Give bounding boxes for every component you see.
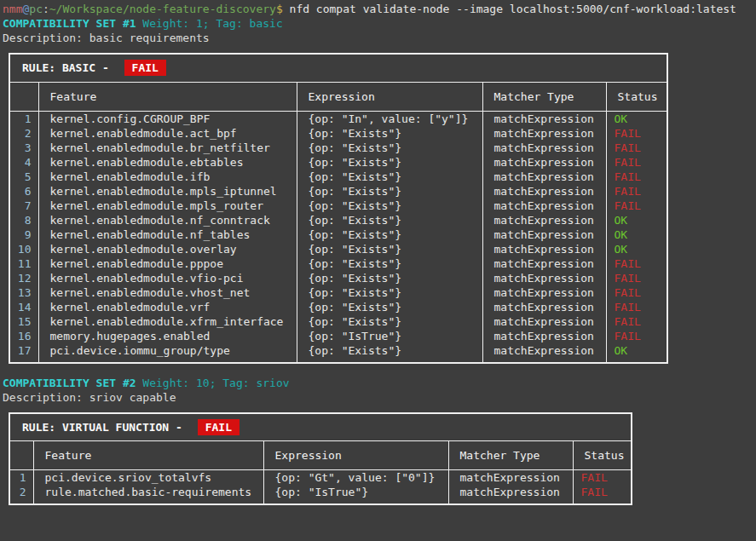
row-number-cell: 10 <box>9 242 38 256</box>
rule-header-row: RULE: BASIC - FAIL <box>9 54 667 82</box>
matcher-type-cell: matchExpression <box>482 170 606 184</box>
row-number-cell: 11 <box>9 256 38 271</box>
table-row: 5 kernel.enabledmodule.ifb {op: "Exists"… <box>9 170 667 184</box>
command-text: nfd compat validate-node --image localho… <box>290 3 736 15</box>
row-number-cell: 1 <box>9 470 33 486</box>
status-cell: FAIL <box>606 314 667 329</box>
expression-cell: {op: "Exists"} <box>297 300 482 314</box>
status-cell: FAIL <box>606 256 667 271</box>
set-meta: Weight: 10; Tag: sriov <box>136 377 290 389</box>
feature-cell: kernel.enabledmodule.vhost_net <box>38 285 297 300</box>
table-row: 12 kernel.enabledmodule.vfio-pci {op: "E… <box>9 271 667 285</box>
rule-label: RULE: BASIC - <box>22 61 116 74</box>
set-title-line: COMPATIBILITY SET #1 Weight: 1; Tag: bas… <box>3 16 756 31</box>
row-number-cell: 15 <box>9 314 38 329</box>
status-cell: FAIL <box>606 126 667 141</box>
matcher-type-cell: matchExpression <box>482 155 606 170</box>
expression-cell: {op: "Exists"} <box>297 285 482 300</box>
row-number-cell: 5 <box>9 170 38 184</box>
prompt-user: nmm <box>3 3 22 15</box>
row-number-cell: 8 <box>9 213 38 227</box>
rule-status-badge: FAIL <box>124 60 166 76</box>
status-cell: OK <box>606 111 667 126</box>
expression-cell: {op: "Exists"} <box>297 271 482 285</box>
row-number-cell: 2 <box>9 485 33 504</box>
header-expression: Expression <box>263 441 448 470</box>
matcher-type-cell: matchExpression <box>482 242 606 256</box>
feature-cell: kernel.enabledmodule.pppoe <box>38 256 297 271</box>
header-expression: Expression <box>297 82 482 111</box>
set-meta: Weight: 1; Tag: basic <box>136 17 283 30</box>
row-number-cell: 9 <box>9 227 38 242</box>
matcher-type-cell: matchExpression <box>482 329 606 343</box>
matcher-type-cell: matchExpression <box>448 470 573 486</box>
expression-cell: {op: "Exists"} <box>297 155 482 170</box>
table-row: 3 kernel.enabledmodule.br_netfilter {op:… <box>9 141 667 155</box>
header-feature: Feature <box>33 441 263 470</box>
compat-table-2: RULE: VIRTUAL FUNCTION - FAIL Feature Ex… <box>9 412 632 506</box>
feature-cell: kernel.enabledmodule.overlay <box>38 242 297 256</box>
expression-cell: {op: "Exists"} <box>297 227 482 242</box>
matcher-type-cell: matchExpression <box>482 285 606 300</box>
expression-cell: {op: "Exists"} <box>297 256 482 271</box>
row-number-cell: 13 <box>9 285 38 300</box>
prompt-path: ~/Workspace/node-feature-discovery <box>49 3 276 15</box>
header-matcher-type: Matcher Type <box>448 441 573 470</box>
feature-cell: kernel.enabledmodule.vrf <box>38 300 297 314</box>
expression-cell: {op: "Exists"} <box>297 141 482 155</box>
matcher-type-cell: matchExpression <box>482 256 606 271</box>
expression-cell: {op: "Exists"} <box>297 213 482 227</box>
matcher-type-cell: matchExpression <box>448 485 573 504</box>
set-description: Description: sriov capable <box>3 390 756 405</box>
status-cell: FAIL <box>573 470 632 486</box>
status-cell: FAIL <box>606 300 667 314</box>
status-cell: FAIL <box>573 485 632 504</box>
status-cell: FAIL <box>606 170 667 184</box>
feature-cell: kernel.enabledmodule.nf_tables <box>38 227 297 242</box>
status-cell: OK <box>606 242 667 256</box>
feature-cell: kernel.enabledmodule.vfio-pci <box>38 271 297 285</box>
rule-header-row: RULE: VIRTUAL FUNCTION - FAIL <box>9 413 632 441</box>
compat-set-2: COMPATIBILITY SET #2 Weight: 10; Tag: sr… <box>3 376 756 506</box>
prompt-host: pc <box>29 3 43 15</box>
column-header-row: Feature Expression Matcher Type Status <box>9 82 667 111</box>
status-cell: FAIL <box>606 329 667 343</box>
compat-set-1: COMPATIBILITY SET #1 Weight: 1; Tag: bas… <box>3 16 756 364</box>
status-cell: FAIL <box>606 199 667 213</box>
feature-cell: kernel.enabledmodule.act_bpf <box>38 126 297 141</box>
matcher-type-cell: matchExpression <box>482 126 606 141</box>
expression-cell: {op: "Exists"} <box>297 170 482 184</box>
header-row-number <box>9 82 38 111</box>
status-cell: FAIL <box>606 141 667 155</box>
matcher-type-cell: matchExpression <box>482 199 606 213</box>
row-number-cell: 4 <box>9 155 38 170</box>
feature-cell: pci.device.sriov_totalvfs <box>33 470 263 486</box>
header-feature: Feature <box>38 82 297 111</box>
expression-cell: {op: "Exists"} <box>297 343 482 363</box>
prompt-dollar: $ <box>276 3 290 15</box>
table-row: 4 kernel.enabledmodule.ebtables {op: "Ex… <box>9 155 667 170</box>
feature-cell: kernel.enabledmodule.ifb <box>38 170 297 184</box>
row-number-cell: 16 <box>9 329 38 343</box>
matcher-type-cell: matchExpression <box>482 271 606 285</box>
feature-cell: kernel.config.CGROUP_BPF <box>38 111 297 126</box>
expression-cell: {op: "IsTrue"} <box>263 485 448 504</box>
feature-cell: kernel.enabledmodule.nf_conntrack <box>38 213 297 227</box>
matcher-type-cell: matchExpression <box>482 184 606 199</box>
set-title: COMPATIBILITY SET #2 <box>3 377 136 389</box>
terminal-window: nmm@pc:~/Workspace/node-feature-discover… <box>0 0 756 505</box>
column-header-row: Feature Expression Matcher Type Status <box>9 441 632 470</box>
matcher-type-cell: matchExpression <box>482 111 606 126</box>
feature-cell: pci.device.iommu_group/type <box>38 343 297 363</box>
row-number-cell: 14 <box>9 300 38 314</box>
rule-label: RULE: VIRTUAL FUNCTION - <box>22 421 189 434</box>
row-number-cell: 17 <box>9 343 38 363</box>
expression-cell: {op: "Exists"} <box>297 126 482 141</box>
table-row: 1 pci.device.sriov_totalvfs {op: "Gt", v… <box>9 470 632 486</box>
row-number-cell: 12 <box>9 271 38 285</box>
expression-cell: {op: "Exists"} <box>297 242 482 256</box>
status-cell: FAIL <box>606 155 667 170</box>
status-cell: FAIL <box>606 271 667 285</box>
table-row: 8 kernel.enabledmodule.nf_conntrack {op:… <box>9 213 667 227</box>
table-row: 6 kernel.enabledmodule.mpls_iptunnel {op… <box>9 184 667 199</box>
